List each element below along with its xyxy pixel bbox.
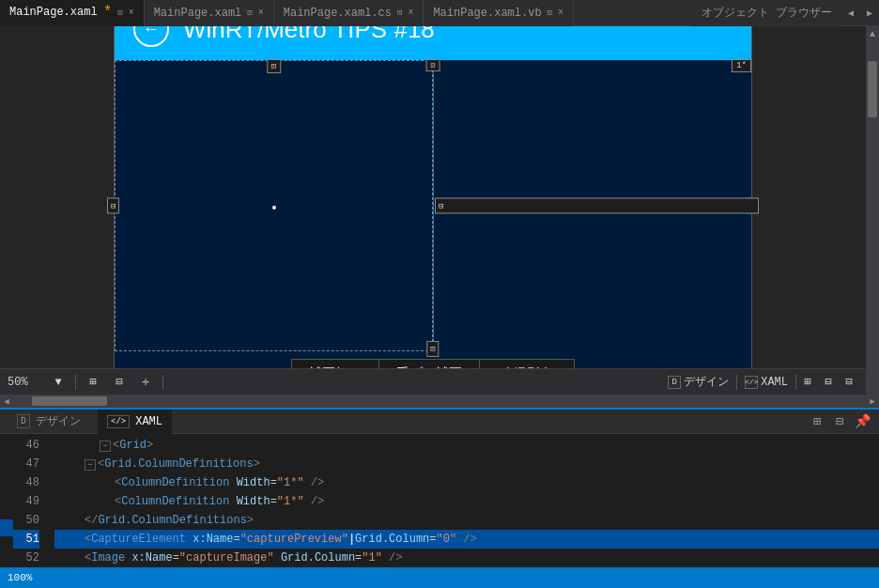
no-correction-button[interactable]: 補正無し xyxy=(291,359,378,369)
xaml-tab-label: XAML xyxy=(135,415,162,428)
tab-mainpage-vb[interactable]: MainPage.xaml.vb ⊡ × xyxy=(424,0,574,26)
app-preview-wrapper: ← WinRT/Metro TIPS #18 xyxy=(114,26,752,368)
modified-indicator: * xyxy=(103,5,113,20)
pin-btn[interactable]: 📌 xyxy=(853,412,871,431)
back-button[interactable]: ← xyxy=(133,26,169,47)
xaml-view-btn[interactable]: </> XAML xyxy=(739,374,794,391)
float-btn[interactable]: ⊟ xyxy=(830,412,849,431)
shoot-button[interactable]: 《 撮影 》 xyxy=(479,359,575,369)
tab-pin-icon[interactable]: ⊡ xyxy=(117,8,122,18)
margin-47 xyxy=(0,453,13,470)
app-title: WinRT/Metro TIPS #18 xyxy=(183,26,435,44)
designer-area: ← WinRT/Metro TIPS #18 xyxy=(0,26,866,395)
bottom-toolbar: 50% ▼ ⊞ ⊟ ✛ D デザイン </> XAML xyxy=(0,368,866,395)
design-view-btn[interactable]: D デザイン xyxy=(662,372,734,392)
tab-design[interactable]: D デザイン xyxy=(8,410,90,434)
line-numbers: 46 47 48 49 50 51 52 53 xyxy=(13,434,47,567)
tab-pin-2[interactable]: ⊡ xyxy=(247,8,252,18)
col-marker-left-label[interactable]: ⊡ xyxy=(267,59,281,73)
scroll-up-arrow[interactable]: ▲ xyxy=(867,26,878,42)
margin-49 xyxy=(0,486,13,503)
col-1-label: 1* xyxy=(736,61,747,70)
stabilize-button[interactable]: 手ブレ補正 xyxy=(378,359,479,369)
code-panel: D デザイン </> XAML ⊞ ⊟ 📌 xyxy=(0,408,879,567)
list-view-icon[interactable]: ⊟ xyxy=(110,373,129,392)
right-panel-handle[interactable]: ⊟ xyxy=(435,197,759,213)
tab-close-vb[interactable]: × xyxy=(558,8,563,18)
pan-icon[interactable]: ✛ xyxy=(136,373,155,392)
pin-panel-icon[interactable]: ⊟ xyxy=(840,373,858,392)
code-panel-header: D デザイン </> XAML ⊞ ⊟ 📌 xyxy=(0,410,879,434)
middle-section: ← WinRT/Metro TIPS #18 xyxy=(0,26,879,395)
tab-mainpage-xaml-2[interactable]: MainPage.xaml ⊡ × xyxy=(145,0,274,26)
h-scroll-thumb[interactable] xyxy=(32,396,107,406)
status-bar: 100% xyxy=(0,567,879,588)
scroll-thumb[interactable] xyxy=(868,61,877,117)
expand-47[interactable]: − xyxy=(85,459,96,471)
tab-nav-left[interactable]: ◀ xyxy=(841,0,860,26)
line-num-46: 46 xyxy=(13,436,39,455)
app-preview: ← WinRT/Metro TIPS #18 xyxy=(114,26,752,368)
margin-50 xyxy=(0,503,13,519)
back-arrow-icon: ← xyxy=(146,26,157,39)
left-panel-handle[interactable]: ⊟ xyxy=(107,197,119,213)
expand-panel-icon[interactable]: ⊞ xyxy=(798,373,817,392)
code-line-48[interactable]: <ColumnDefinition Width="1*" /> xyxy=(54,473,879,492)
margin-53 xyxy=(0,552,13,567)
scroll-right-arrow[interactable]: ▶ xyxy=(866,395,879,408)
tab-pin-cs[interactable]: ⊡ xyxy=(397,8,402,18)
view-toggle: D デザイン </> XAML ⊞ ⊟ ⊟ xyxy=(662,372,858,392)
design-tab-label: デザイン xyxy=(36,413,81,429)
tab-xaml[interactable]: </> XAML xyxy=(98,410,172,434)
zoom-down-button[interactable]: ▼ xyxy=(49,373,68,392)
designer-canvas[interactable]: ← WinRT/Metro TIPS #18 xyxy=(0,26,866,368)
grid-view-icon[interactable]: ⊞ xyxy=(84,373,102,392)
main-layout: MainPage.xaml * ⊡ × MainPage.xaml ⊡ × Ma… xyxy=(0,0,879,588)
expand-46[interactable]: − xyxy=(100,441,111,452)
code-lines[interactable]: − <Grid> − <Grid.ColumnDefinitions> <Col… xyxy=(47,434,879,567)
line-num-51: 51 xyxy=(13,530,39,549)
code-line-52[interactable]: <Image x:Name="captureImage" Grid.Column… xyxy=(54,549,879,567)
tab-close-cs[interactable]: × xyxy=(408,8,413,18)
col-marker-left[interactable]: ⊡ xyxy=(426,59,440,71)
margin-52 xyxy=(0,536,13,553)
app-header: ← WinRT/Metro TIPS #18 xyxy=(115,26,751,60)
horizontal-scrollbar[interactable]: ◀ ▶ xyxy=(0,395,879,408)
tab-label-2: MainPage.xaml xyxy=(154,7,242,20)
left-handle-icon: ⊟ xyxy=(111,201,116,210)
code-line-47[interactable]: − <Grid.ColumnDefinitions> xyxy=(54,455,879,473)
expand-collapse-btn[interactable]: ⊞ xyxy=(808,412,826,431)
scroll-left-arrow[interactable]: ◀ xyxy=(0,395,13,408)
toolbar-sep-2 xyxy=(162,375,163,390)
grid-divider-line xyxy=(433,60,434,351)
xaml-tab-icon: </> xyxy=(107,415,130,428)
app-content: ⊡ 1* ⊡ ⊡ xyxy=(115,60,751,351)
tab-label-vb: MainPage.xaml.vb xyxy=(433,7,541,20)
tab-nav-right[interactable]: ▶ xyxy=(860,0,879,26)
code-line-51[interactable]: <CaptureElement x:Name="capturePreview" … xyxy=(54,530,879,549)
xaml-icon: </> xyxy=(745,376,758,389)
status-zoom: 100% xyxy=(8,572,32,583)
tab-pin-vb[interactable]: ⊡ xyxy=(547,8,552,18)
line-num-52: 52 xyxy=(13,549,39,567)
float-panel-icon[interactable]: ⊟ xyxy=(819,373,838,392)
code-line-49[interactable]: <ColumnDefinition Width="1*" /> xyxy=(54,492,879,511)
tab-label: MainPage.xaml xyxy=(9,6,98,19)
col-marker-right[interactable]: 1* xyxy=(732,59,751,72)
tab-close-2[interactable]: × xyxy=(258,8,264,18)
object-browser-tab[interactable]: オブジェクト ブラウザー xyxy=(692,0,841,26)
grid-dot-left xyxy=(272,206,276,209)
code-line-50[interactable]: </Grid.ColumnDefinitions> xyxy=(54,511,879,530)
margin-48 xyxy=(0,470,13,487)
code-line-46[interactable]: − <Grid> xyxy=(54,436,879,455)
margin-51 xyxy=(0,519,13,536)
tab-mainpage-cs[interactable]: MainPage.xaml.cs ⊡ × xyxy=(274,0,424,26)
tab-close-icon[interactable]: × xyxy=(129,8,134,18)
tab-mainpage-xaml-active[interactable]: MainPage.xaml * ⊡ × xyxy=(0,0,145,26)
bottom-resize-handle[interactable]: ⊡ xyxy=(426,341,439,357)
vertical-scrollbar[interactable]: ▲ xyxy=(866,26,879,395)
right-handle-icon: ⊟ xyxy=(439,201,443,210)
tab-bar: MainPage.xaml * ⊡ × MainPage.xaml ⊡ × Ma… xyxy=(0,0,879,26)
code-content: 46 47 48 49 50 51 52 53 − <Grid> xyxy=(0,434,879,567)
line-num-49: 49 xyxy=(13,492,39,511)
